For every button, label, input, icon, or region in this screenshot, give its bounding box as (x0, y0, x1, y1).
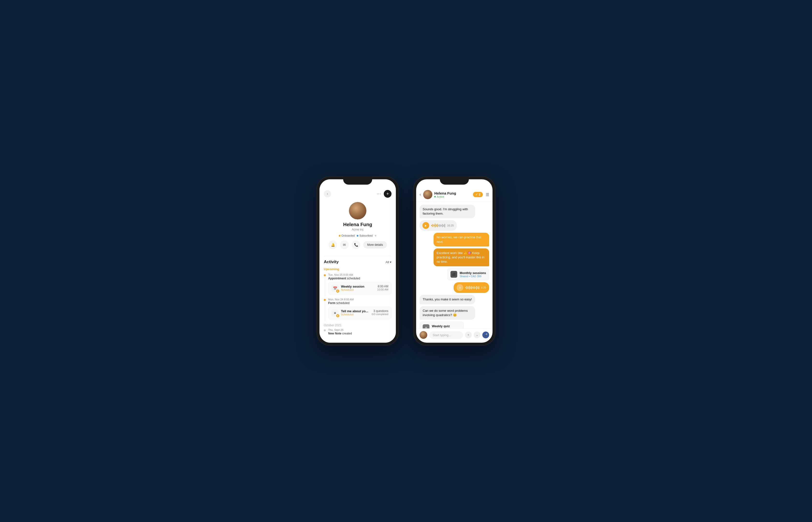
avatar (349, 202, 366, 219)
wave-bar (440, 224, 440, 227)
wave-bar (439, 224, 439, 226)
timeline-date-3: Thu, Sept 25 (328, 328, 391, 331)
audio-msg-sent[interactable]: ⏸ (453, 282, 489, 293)
add-button[interactable]: + (384, 190, 391, 198)
wave-bar (442, 224, 443, 227)
avatar-image (349, 202, 366, 219)
msg-3-text: No worries, we can practice that next. (437, 235, 481, 243)
status-dot (434, 196, 436, 197)
msg-4-text: Excellent work btw 👍🎯 Keep practicing, a… (437, 251, 485, 263)
chat-name: Helena Fung (434, 191, 471, 195)
timeline-dot-2 (324, 299, 326, 301)
tag-onboarded[interactable]: Onboarded (339, 234, 355, 237)
notification-button[interactable]: 🔔 (328, 240, 337, 249)
chat-input-row: Start typing... + ⌄ 🎤 (416, 328, 492, 343)
msg-1-text: Sounds good. I'm struggling with factori… (423, 207, 468, 215)
timeline-action-1: Appointment scheduled (328, 277, 391, 280)
wave-bar (431, 225, 432, 226)
quiz-icon: ≡ (423, 324, 429, 328)
wave-bar (432, 224, 433, 227)
chat-input[interactable]: Start typing... (429, 331, 463, 339)
timeline-date-1: Tue, Nov 25 8:00 AM (328, 273, 391, 276)
timeline-dot-col-1 (324, 273, 326, 297)
timeline-content-2: Mon, Nov 24 8:00 AM Form scheduled ≡ (328, 298, 391, 321)
waveform-sent (465, 285, 479, 290)
add-attachment-button[interactable]: + (465, 332, 472, 338)
form-badge (336, 314, 339, 317)
activity-header: Activity All ▾ (324, 260, 391, 264)
mail-button[interactable]: ✉ (340, 240, 349, 249)
timeline-content-1: Tue, Nov 25 8:00 AM Appointment schedule… (328, 273, 391, 297)
activity-section: Activity All ▾ Upcoming (320, 256, 396, 337)
card-weekly-session-meta: 8:00 AM 10:00 AM (377, 285, 388, 291)
more-details-button[interactable]: More details (363, 241, 387, 248)
phone-button[interactable]: 📞 (352, 240, 360, 249)
wave-bar (470, 286, 471, 289)
card-form[interactable]: ≡ Tell me about yo... Scheduled (328, 307, 391, 319)
pause-button[interactable]: ⏸ (456, 284, 463, 291)
chat-status: Active (434, 195, 471, 198)
add-tag-button[interactable]: + (374, 234, 377, 238)
service-price: CAD 399 (470, 275, 481, 278)
check-badge[interactable]: ✓ 2 (473, 192, 483, 197)
wave-bar (479, 286, 479, 289)
form-icon: ≡ (334, 311, 336, 315)
profile-name: Helena Fung (343, 222, 372, 227)
msg-1: Sounds good. I'm struggling with factori… (420, 205, 475, 218)
audio-time-sent: 6:25 (481, 286, 486, 289)
wave-bar (474, 286, 474, 289)
activity-title: Activity (324, 260, 339, 264)
mic-icon: 🎤 (484, 333, 488, 337)
chat-user-info: Helena Fung Active (434, 191, 471, 198)
back-arrow-icon: ‹ (327, 192, 328, 196)
card-form-count: 3 questions (372, 309, 388, 313)
action-word-3: New Note (328, 332, 342, 335)
audio-msg-received[interactable]: ▶ (420, 220, 457, 231)
msg-8-text: Can we do some word problems involving q… (423, 309, 468, 317)
header-actions: ··· + (377, 190, 391, 198)
msg-3: No worries, we can practice that next. (433, 233, 489, 246)
phone-icon: 📞 (354, 243, 358, 247)
card-weekly-session[interactable]: 📅 Weekly session Scheduled (328, 282, 391, 295)
wave-bar (475, 287, 475, 288)
check-count: 2 (479, 193, 481, 196)
service-card[interactable]: ⬛ Monthly sessions Shared • CAD 399 (447, 268, 489, 280)
timeline-dot-col-3 (324, 328, 326, 337)
timeline-dot-col-2 (324, 298, 326, 321)
scheduled-badge (336, 289, 339, 293)
play-button[interactable]: ▶ (422, 222, 429, 229)
main-scene: ‹ ··· + Helena Fung Acme inc (307, 167, 505, 355)
more-options-button[interactable]: ··· (377, 192, 381, 196)
right-phone: ‹ Helena Fung Active ✓ 2 ☰ (413, 176, 495, 346)
wave-bar (471, 286, 472, 289)
timeline-item-past: Thu, Sept 25 New Note created (324, 328, 391, 337)
subscribed-dot (357, 235, 359, 237)
timeline-dot-3 (324, 329, 326, 331)
chat-messages: Sounds good. I'm struggling with factori… (416, 202, 492, 328)
chevron-down-button[interactable]: ⌄ (474, 332, 481, 338)
timeline-item-appointment: Tue, Nov 25 8:00 AM Appointment schedule… (324, 273, 391, 297)
quiz-card[interactable]: ≡ Weekly quiz Completed • 5 questions (420, 322, 464, 328)
upcoming-label: Upcoming (324, 267, 391, 271)
msg-8: Can we do some word problems involving q… (420, 306, 475, 320)
chat-avatar (423, 190, 432, 199)
wave-bar (466, 286, 467, 289)
timeline-date-2: Mon, Nov 24 8:00 AM (328, 298, 391, 301)
quiz-name: Weekly quiz (432, 324, 461, 328)
action-suffix-2: scheduled (336, 301, 349, 305)
profile-screen: ‹ ··· + Helena Fung Acme inc (320, 179, 396, 343)
service-name: Monthly sessions (460, 271, 486, 275)
wave-bar (477, 286, 478, 289)
subscribed-label: Subscribed (359, 234, 373, 237)
back-button[interactable]: ‹ (324, 190, 331, 197)
bell-icon: 🔔 (331, 243, 335, 247)
input-avatar (420, 331, 427, 339)
action-suffix-1: scheduled (347, 277, 360, 280)
chat-back-button[interactable]: ‹ (420, 193, 421, 197)
msg-4: Excellent work btw 👍🎯 Keep practicing, a… (433, 248, 489, 266)
microphone-button[interactable]: 🎤 (482, 332, 489, 338)
tag-subscribed[interactable]: Subscribed (357, 234, 373, 237)
menu-button[interactable]: ☰ (486, 193, 489, 197)
filter-all-button[interactable]: All ▾ (386, 260, 391, 264)
timeline-action-3: New Note created (328, 332, 391, 335)
